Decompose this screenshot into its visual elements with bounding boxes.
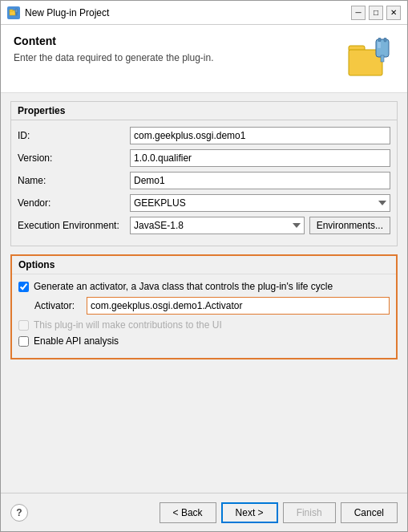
api-checkbox-row: Enable API analysis xyxy=(18,335,390,347)
svg-rect-9 xyxy=(381,55,384,62)
contributions-checkbox-label: This plug-in will make contributions to … xyxy=(34,319,222,331)
cancel-button[interactable]: Cancel xyxy=(341,502,398,523)
header-text: Content Enter the data required to gener… xyxy=(14,35,346,63)
options-group-title: Options xyxy=(12,256,396,274)
title-bar: New Plug-in Project ─ □ ✕ xyxy=(1,1,407,25)
properties-group-content: ID: Version: Name: Vendor: GEEKPLUS xyxy=(11,120,397,246)
title-bar-title: New Plug-in Project xyxy=(25,7,351,18)
environments-button[interactable]: Environments... xyxy=(309,217,390,234)
maximize-button[interactable]: □ xyxy=(369,6,383,20)
svg-rect-2 xyxy=(15,9,18,13)
dialog: New Plug-in Project ─ □ ✕ Content Enter … xyxy=(0,0,408,532)
name-input[interactable] xyxy=(130,172,390,189)
activator-row: Activator: xyxy=(34,297,390,315)
id-row: ID: xyxy=(18,127,390,144)
properties-group-title: Properties xyxy=(11,102,397,120)
contributions-checkbox-row: This plug-in will make contributions to … xyxy=(18,319,390,331)
options-group-content: Generate an activator, a Java class that… xyxy=(12,274,396,358)
name-label: Name: xyxy=(18,175,130,186)
activator-checkbox-row: Generate an activator, a Java class that… xyxy=(18,281,390,292)
header-section: Content Enter the data required to gener… xyxy=(1,25,407,93)
help-button[interactable]: ? xyxy=(10,504,28,522)
svg-rect-7 xyxy=(378,38,381,42)
properties-group: Properties ID: Version: Name: Vendor: xyxy=(10,101,398,246)
header-icon xyxy=(346,35,394,83)
minimize-button[interactable]: ─ xyxy=(351,6,366,20)
svg-rect-10 xyxy=(378,42,381,48)
title-bar-icon xyxy=(7,6,20,19)
id-input[interactable] xyxy=(130,127,390,144)
close-button[interactable]: ✕ xyxy=(386,6,401,20)
api-checkbox[interactable] xyxy=(18,336,29,347)
name-row: Name: xyxy=(18,172,390,189)
id-label: ID: xyxy=(18,130,130,141)
vendor-row: Vendor: GEEKPLUS xyxy=(18,194,390,212)
options-group: Options Generate an activator, a Java cl… xyxy=(10,254,398,359)
activator-checkbox[interactable] xyxy=(18,282,29,292)
env-label: Execution Environment: xyxy=(18,220,130,231)
header-subtitle: Enter the data required to generate the … xyxy=(14,52,346,63)
vendor-label: Vendor: xyxy=(18,197,130,209)
svg-rect-8 xyxy=(384,38,386,42)
version-input[interactable] xyxy=(130,149,390,167)
contributions-checkbox[interactable] xyxy=(18,320,29,331)
svg-rect-3 xyxy=(16,13,17,15)
activator-input[interactable] xyxy=(87,297,390,315)
footer-buttons: < Back Next > Finish Cancel xyxy=(160,502,398,523)
version-row: Version: xyxy=(18,149,390,167)
header-title: Content xyxy=(14,35,346,47)
content-area: Properties ID: Version: Name: Vendor: xyxy=(1,93,407,493)
back-button[interactable]: < Back xyxy=(160,502,216,523)
title-bar-controls: ─ □ ✕ xyxy=(351,6,401,20)
vendor-select[interactable]: GEEKPLUS xyxy=(130,194,390,212)
finish-button[interactable]: Finish xyxy=(283,502,336,523)
activator-checkbox-label: Generate an activator, a Java class that… xyxy=(34,281,333,292)
env-select[interactable]: JavaSE-1.8 xyxy=(130,217,305,234)
env-row: Execution Environment: JavaSE-1.8 Enviro… xyxy=(18,217,390,234)
svg-rect-1 xyxy=(10,10,13,11)
next-button[interactable]: Next > xyxy=(221,502,278,523)
version-label: Version: xyxy=(18,152,130,164)
footer: ? < Back Next > Finish Cancel xyxy=(1,493,407,531)
api-checkbox-label: Enable API analysis xyxy=(34,335,119,347)
activator-label: Activator: xyxy=(34,300,87,311)
